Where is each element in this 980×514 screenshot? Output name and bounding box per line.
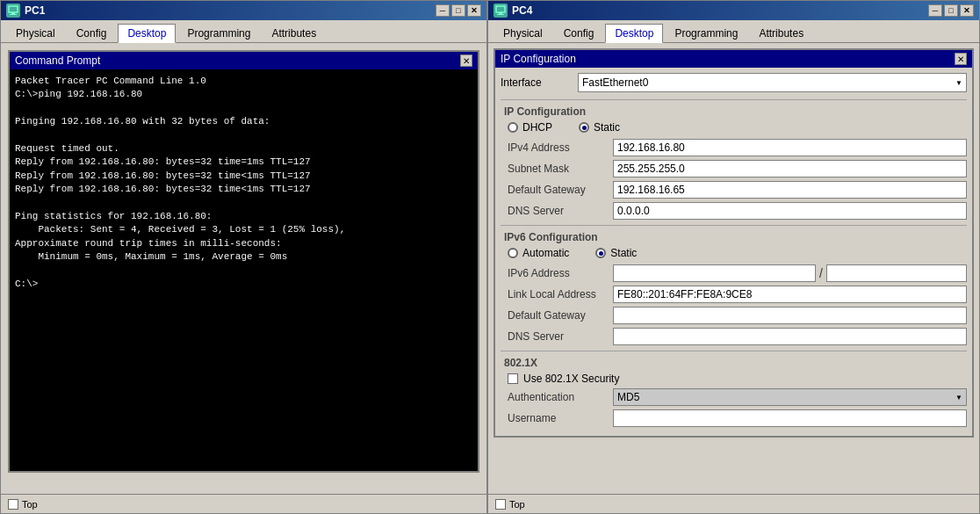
dns-server-ipv4-input[interactable] xyxy=(613,202,967,220)
tab-pc4-attributes[interactable]: Attributes xyxy=(749,24,813,42)
interface-select[interactable]: FastEthernet0 ▼ xyxy=(578,73,967,92)
ipv4-dhcp-radio[interactable]: DHCP xyxy=(508,121,552,134)
pc1-maximize-btn[interactable]: □ xyxy=(451,4,465,17)
ip-config-close-btn[interactable]: ✕ xyxy=(955,53,967,65)
command-prompt-window: Command Prompt ✕ Packet Tracer PC Comman… xyxy=(8,50,479,473)
username-input[interactable] xyxy=(613,409,967,427)
svg-rect-1 xyxy=(11,12,15,14)
subnet-mask-input[interactable] xyxy=(613,160,967,177)
tab-pc4-config[interactable]: Config xyxy=(554,24,604,42)
use-security-label: Use 802.1X Security xyxy=(523,373,619,385)
pc1-bottom-bar: Top xyxy=(1,494,486,513)
ipv4-address-row: IPv4 Address xyxy=(501,139,967,156)
ipv6-section-header: IPv6 Configuration xyxy=(501,231,967,243)
ipv4-static-radio[interactable]: Static xyxy=(579,121,620,134)
tab-pc4-physical[interactable]: Physical xyxy=(494,24,552,42)
use-security-row[interactable]: Use 802.1X Security xyxy=(501,373,967,385)
pc1-minimize-btn[interactable]: ─ xyxy=(436,4,450,17)
dhcp-radio-circle[interactable] xyxy=(508,122,518,133)
dns-server-ipv6-input[interactable] xyxy=(613,328,967,345)
pc1-close-btn[interactable]: ✕ xyxy=(467,4,481,17)
dhcp-label: DHCP xyxy=(522,121,552,134)
default-gateway-ipv6-input[interactable] xyxy=(613,307,967,324)
auth-select[interactable]: MD5 ▼ xyxy=(613,388,967,406)
pc4-top-checkbox[interactable]: Top xyxy=(495,499,525,510)
pc4-title-bar: PC4 ─ □ ✕ xyxy=(488,1,979,20)
pc4-icon xyxy=(494,4,508,18)
pc4-close-btn[interactable]: ✕ xyxy=(960,4,974,17)
pc1-title-bar: PC1 ─ □ ✕ xyxy=(1,1,486,20)
svg-rect-5 xyxy=(497,14,504,15)
pc4-top-label: Top xyxy=(509,499,525,510)
ipv6-static-radio[interactable]: Static xyxy=(595,247,637,259)
automatic-radio-circle[interactable] xyxy=(508,248,518,258)
auth-dropdown-arrow: ▼ xyxy=(955,394,962,402)
use-security-checkbox[interactable] xyxy=(508,373,518,384)
pc1-top-check-box[interactable] xyxy=(8,499,18,510)
ipv6-prefix-input[interactable] xyxy=(826,264,967,282)
link-local-address-label: Link Local Address xyxy=(508,288,613,300)
subnet-mask-row: Subnet Mask xyxy=(501,160,967,177)
ipv6-static-radio-circle[interactable] xyxy=(595,248,606,258)
authentication-label: Authentication xyxy=(508,391,613,403)
tab-pc1-desktop[interactable]: Desktop xyxy=(118,24,176,43)
pc4-maximize-btn[interactable]: □ xyxy=(944,4,958,17)
authentication-row: Authentication MD5 ▼ xyxy=(501,388,967,406)
tab-pc1-programming[interactable]: Programming xyxy=(177,24,260,42)
dns-server-ipv6-label: DNS Server xyxy=(508,330,613,343)
tab-pc1-physical[interactable]: Physical xyxy=(6,24,65,42)
default-gateway-ipv6-label: Default Gateway xyxy=(508,309,613,322)
dns-server-ipv4-row: DNS Server xyxy=(501,202,967,220)
ipv4-address-label: IPv4 Address xyxy=(508,141,613,154)
static-label: Static xyxy=(594,121,620,134)
ipv4-address-input[interactable] xyxy=(613,139,967,156)
ip-config-title-bar: IP Configuration ✕ xyxy=(495,50,972,68)
tab-pc4-desktop[interactable]: Desktop xyxy=(605,24,663,43)
pc4-top-check-box[interactable] xyxy=(495,499,506,510)
pc4-title: PC4 xyxy=(512,4,928,17)
svg-rect-4 xyxy=(499,12,502,14)
ipv4-radio-row: DHCP Static xyxy=(508,121,967,134)
pc1-top-checkbox[interactable]: Top xyxy=(8,499,38,510)
pc4-tab-bar: Physical Config Desktop Programming Attr… xyxy=(488,20,979,43)
dns-server-ipv6-row: DNS Server xyxy=(501,328,967,345)
ipv6-automatic-radio[interactable]: Automatic xyxy=(508,247,569,259)
pc1-tab-bar: Physical Config Desktop Programming Attr… xyxy=(1,20,486,43)
pc1-content: Command Prompt ✕ Packet Tracer PC Comman… xyxy=(1,43,486,494)
ipv4-section-header: IP Configuration xyxy=(501,105,967,118)
cmd-close-button[interactable]: ✕ xyxy=(460,54,472,67)
pc1-top-label: Top xyxy=(22,499,38,510)
ip-config-window: IP Configuration ✕ Interface FastEtherne… xyxy=(494,48,974,438)
pc1-icon xyxy=(6,4,20,18)
pc4-minimize-btn[interactable]: ─ xyxy=(928,4,942,17)
cmd-title-text: Command Prompt xyxy=(15,54,100,67)
default-gateway-ipv6-row: Default Gateway xyxy=(501,307,967,324)
tab-pc4-programming[interactable]: Programming xyxy=(665,24,747,42)
username-row: Username xyxy=(501,409,967,427)
cmd-output[interactable]: Packet Tracer PC Command Line 1.0 C:\>pi… xyxy=(10,69,478,471)
ipv6-static-label: Static xyxy=(610,247,637,259)
svg-rect-2 xyxy=(10,14,17,15)
dot1x-section-header: 802.1X xyxy=(501,357,967,369)
link-local-address-row: Link Local Address xyxy=(501,286,967,303)
static-radio-circle[interactable] xyxy=(579,122,589,133)
tab-pc1-attributes[interactable]: Attributes xyxy=(262,24,326,42)
svg-rect-0 xyxy=(9,6,18,12)
interface-value: FastEthernet0 xyxy=(582,76,648,89)
automatic-label: Automatic xyxy=(522,247,569,259)
cmd-title-bar: Command Prompt ✕ xyxy=(10,52,478,69)
pc4-window: PC4 ─ □ ✕ Physical Config Desktop Progra… xyxy=(487,0,980,514)
tab-pc1-config[interactable]: Config xyxy=(67,24,117,42)
link-local-address-input[interactable] xyxy=(613,286,967,303)
default-gateway-ipv4-input[interactable] xyxy=(613,181,967,199)
svg-rect-3 xyxy=(496,6,505,12)
subnet-mask-label: Subnet Mask xyxy=(508,163,613,175)
default-gateway-ipv4-row: Default Gateway xyxy=(501,181,967,199)
ipv6-address-inputs: / xyxy=(613,264,967,282)
pc1-window-controls: ─ □ ✕ xyxy=(436,4,481,17)
dns-server-ipv4-label: DNS Server xyxy=(508,205,613,217)
ip-config-title-text: IP Configuration xyxy=(501,53,576,65)
auth-value: MD5 xyxy=(617,391,639,403)
interface-dropdown-arrow: ▼ xyxy=(955,79,962,87)
ipv6-address-input[interactable] xyxy=(613,264,816,282)
